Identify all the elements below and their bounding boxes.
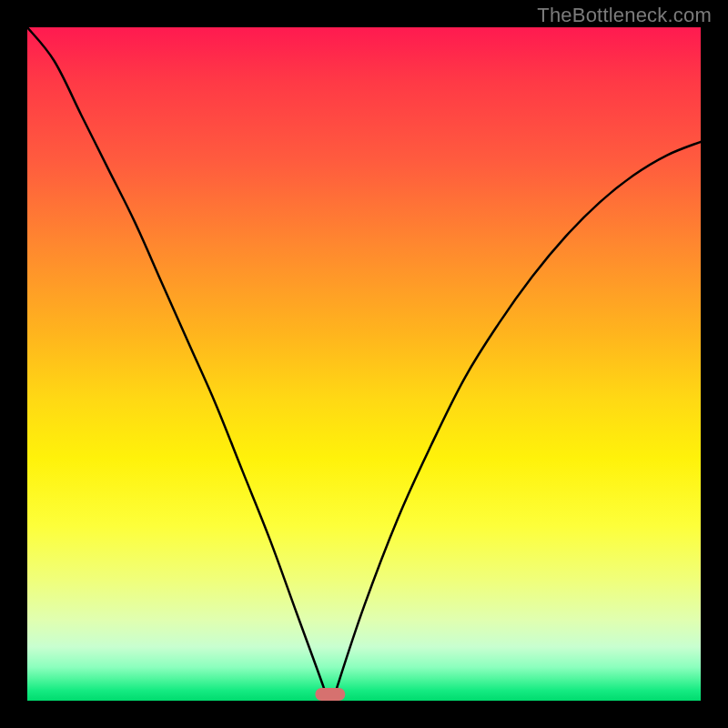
line-curve [27, 27, 701, 701]
minimum-marker [315, 688, 345, 701]
plot-area [27, 27, 701, 701]
watermark-text: TheBottleneck.com [537, 4, 712, 27]
chart-frame: TheBottleneck.com [0, 0, 728, 728]
